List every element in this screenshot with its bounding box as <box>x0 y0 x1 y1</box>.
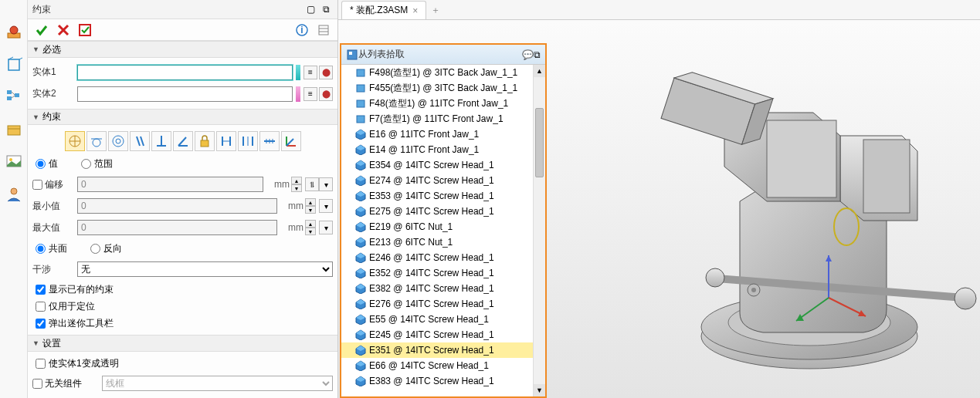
constraint-perpendicular-icon[interactable] <box>151 131 171 151</box>
close-panel-icon[interactable]: ⧉ <box>319 2 333 16</box>
constraint-lock-icon[interactable] <box>195 131 215 151</box>
show-existing-check[interactable]: 显示已有的约束 <box>36 283 114 296</box>
transparent-check[interactable]: 使实体1变成透明 <box>36 357 119 370</box>
new-tab-button[interactable]: ＋ <box>426 1 445 19</box>
max-input[interactable] <box>77 220 277 235</box>
vstrip-icon-user[interactable] <box>5 185 23 204</box>
pick-list-item-label: E275 @ 14ITC Screw Head_1 <box>369 206 494 217</box>
pick-list-item-label: E66 @ 14ITC Screw Head_1 <box>369 360 489 371</box>
constraint-midplane-icon[interactable] <box>238 131 258 151</box>
section-settings-header[interactable]: ▼ 设置 <box>28 335 337 352</box>
tab-close-icon[interactable]: × <box>412 5 418 16</box>
pick-list-close-icon[interactable]: ⧉ <box>534 49 541 60</box>
pick-list-item-label: E213 @ 6ITC Nut_1 <box>369 237 453 248</box>
vstrip-icon-tree[interactable] <box>5 88 23 106</box>
pick-list-icon <box>346 49 358 61</box>
section-required-header[interactable]: ▼ 必选 <box>28 41 337 58</box>
constraint-symmetric-icon[interactable] <box>259 131 280 151</box>
pick-list-chat-icon[interactable]: 💬 <box>522 49 534 60</box>
entity2-input[interactable] <box>77 86 293 102</box>
max-spinner[interactable]: ▲▼ <box>305 220 316 235</box>
offset-dropdown-button[interactable]: ▾ <box>319 177 333 191</box>
pick-list-item[interactable]: F7(造型1) @ 11ITC Front Jaw_1 <box>341 111 545 126</box>
pick-list-item[interactable]: F498(造型1) @ 3ITC Back Jaw_1_1 <box>341 65 545 80</box>
scroll-thumb[interactable] <box>535 108 544 177</box>
max-dropdown-button[interactable]: ▾ <box>319 221 333 234</box>
offset-check[interactable]: 偏移 <box>32 178 77 191</box>
apply-button[interactable] <box>76 21 94 39</box>
constraint-frame-icon[interactable] <box>281 131 301 151</box>
min-dropdown-button[interactable]: ▾ <box>319 199 333 213</box>
constraint-tangent-icon[interactable] <box>86 131 107 151</box>
mini-toolbar-check[interactable]: 弹出迷你工具栏 <box>36 317 114 330</box>
constraint-coaxial-icon[interactable] <box>108 131 128 151</box>
pick-list-item[interactable]: E55 @ 14ITC Screw Head_1 <box>341 312 545 327</box>
info-button[interactable]: i <box>293 21 311 39</box>
pick-list-item[interactable]: E354 @ 14ITC Screw Head_1 <box>341 157 545 173</box>
entity2-pick-button[interactable]: ⬤ <box>319 87 333 101</box>
constraint-angle-icon[interactable] <box>173 131 193 151</box>
locate-only-check[interactable]: 仅用于定位 <box>36 300 95 313</box>
pick-list-item[interactable]: E382 @ 14ITC Screw Head_1 <box>341 281 545 296</box>
entity2-list-button[interactable]: ≡ <box>303 87 317 101</box>
undock-icon[interactable]: ▢ <box>303 2 317 16</box>
panel-action-row: i <box>28 19 337 41</box>
pick-list-scrollbar[interactable]: ▲ ▼ <box>533 65 545 396</box>
min-input[interactable] <box>77 198 277 214</box>
reverse-radio[interactable]: 反向 <box>90 242 122 255</box>
wireframe-combo[interactable]: 线框 <box>102 376 333 391</box>
pick-list-item[interactable]: E351 @ 14ITC Screw Head_1 <box>341 342 545 358</box>
pick-list-item-label: E276 @ 14ITC Screw Head_1 <box>369 298 494 309</box>
offset-extra-button[interactable]: ⥮ <box>305 177 319 191</box>
scroll-down-icon[interactable]: ▼ <box>534 384 545 396</box>
document-tab[interactable]: * 装配.Z3ASM × <box>341 1 426 19</box>
pick-list-item-label: E352 @ 14ITC Screw Head_1 <box>369 268 494 278</box>
min-spinner[interactable]: ▲▼ <box>305 198 316 214</box>
coplane-radio[interactable]: 共面 <box>36 242 67 255</box>
vstrip-icon-image[interactable] <box>5 153 23 171</box>
unrelated-check[interactable]: 无关组件 <box>32 377 102 390</box>
constraint-concentric-icon[interactable] <box>65 131 85 151</box>
pick-list-popup: 从列表拾取 💬 ⧉ F498(造型1) @ 3ITC Back Jaw_1_1F… <box>340 43 547 398</box>
scroll-up-icon[interactable]: ▲ <box>534 65 545 77</box>
pick-list-item[interactable]: E353 @ 14ITC Screw Head_1 <box>341 188 545 204</box>
pick-list-item[interactable]: E275 @ 14ITC Screw Head_1 <box>341 204 545 219</box>
section-constraint-header[interactable]: ▼ 约束 <box>28 109 337 126</box>
pick-list-item[interactable]: E246 @ 14ITC Screw Head_1 <box>341 250 545 265</box>
pick-list-item[interactable]: F455(造型1) @ 3ITC Back Jaw_1_1 <box>341 80 545 96</box>
svg-rect-36 <box>201 140 209 147</box>
pick-list-item[interactable]: E352 @ 14ITC Screw Head_1 <box>341 265 545 281</box>
pick-list-item[interactable]: E274 @ 14ITC Screw Head_1 <box>341 173 545 188</box>
offset-spinner[interactable]: ▲▼ <box>291 177 302 192</box>
pick-list-item[interactable]: E16 @ 11ITC Front Jaw_1 <box>341 126 545 142</box>
constraint-parallel-icon[interactable] <box>130 131 150 151</box>
vstrip-icon-package[interactable] <box>5 120 23 139</box>
viewport[interactable]: 从列表拾取 💬 ⧉ F498(造型1) @ 3ITC Back Jaw_1_1F… <box>338 20 980 398</box>
svg-rect-70 <box>349 52 352 55</box>
value-radio[interactable]: 值 <box>36 157 58 170</box>
pick-list-item[interactable]: E213 @ 6ITC Nut_1 <box>341 234 545 250</box>
pick-list-item[interactable]: E245 @ 14ITC Screw Head_1 <box>341 327 545 342</box>
entity1-list-button[interactable]: ≡ <box>303 66 317 79</box>
ok-button[interactable] <box>32 21 51 39</box>
pick-list-item[interactable]: E14 @ 11ITC Front Jaw_1 <box>341 142 545 157</box>
pick-list-item[interactable]: E276 @ 14ITC Screw Head_1 <box>341 296 545 312</box>
settings-icon[interactable] <box>314 21 333 39</box>
pick-list-item[interactable]: E383 @ 14ITC Screw Head_1 <box>341 373 545 389</box>
entity1-pick-button[interactable]: ⬤ <box>319 66 333 79</box>
offset-input[interactable] <box>77 177 263 192</box>
entity1-input[interactable] <box>77 65 293 80</box>
svg-point-28 <box>113 136 124 147</box>
pick-list-item[interactable]: E219 @ 6ITC Nut_1 <box>341 219 545 234</box>
pick-list-title: 从列表拾取 <box>358 48 522 61</box>
pick-list-item[interactable]: E66 @ 14ITC Screw Head_1 <box>341 358 545 373</box>
pick-list-item[interactable]: F48(造型1) @ 11ITC Front Jaw_1 <box>341 96 545 111</box>
range-radio[interactable]: 范围 <box>81 157 113 170</box>
cancel-button[interactable] <box>54 21 73 39</box>
vstrip-icon-assembly[interactable] <box>5 23 23 42</box>
pick-list-header[interactable]: 从列表拾取 💬 ⧉ <box>341 45 545 65</box>
interference-combo[interactable]: 无 <box>77 261 333 277</box>
edge-icon <box>355 283 366 294</box>
vstrip-icon-box[interactable] <box>5 56 23 74</box>
constraint-distance-icon[interactable] <box>216 131 236 151</box>
